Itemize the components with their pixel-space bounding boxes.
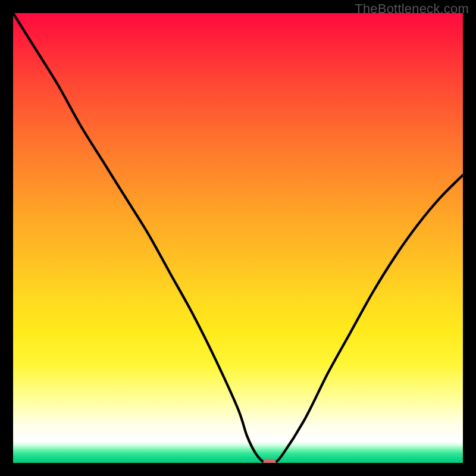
minimum-marker xyxy=(263,459,276,463)
plot-area xyxy=(13,13,463,463)
chart-frame: TheBottleneck.com xyxy=(0,0,476,476)
watermark-text: TheBottleneck.com xyxy=(355,1,469,17)
bottleneck-curve xyxy=(13,13,463,463)
